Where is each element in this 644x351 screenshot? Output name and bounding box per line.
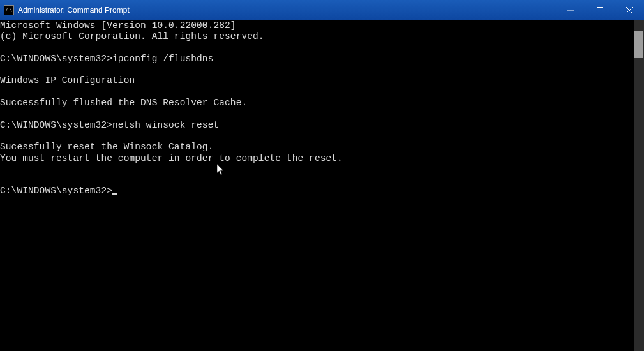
cmd-icon — [4, 5, 14, 15]
maximize-button[interactable] — [585, 0, 615, 20]
scrollbar-thumb[interactable] — [634, 31, 643, 58]
close-icon — [626, 7, 633, 13]
close-button[interactable] — [615, 0, 644, 20]
window-titlebar[interactable]: Administrator: Command Prompt — [0, 0, 644, 20]
window-controls — [556, 0, 644, 20]
terminal-output[interactable]: Microsoft Windows [Version 10.0.22000.28… — [0, 20, 634, 351]
terminal-area[interactable]: Microsoft Windows [Version 10.0.22000.28… — [0, 20, 644, 351]
text-cursor — [112, 193, 117, 195]
minimize-button[interactable] — [556, 0, 585, 20]
svg-rect-1 — [597, 7, 603, 13]
command-prompt: C:\WINDOWS\system32> — [0, 186, 112, 196]
maximize-icon — [597, 7, 603, 13]
minimize-icon — [567, 7, 574, 13]
window-title: Administrator: Command Prompt — [18, 6, 556, 15]
vertical-scrollbar[interactable] — [634, 20, 644, 351]
